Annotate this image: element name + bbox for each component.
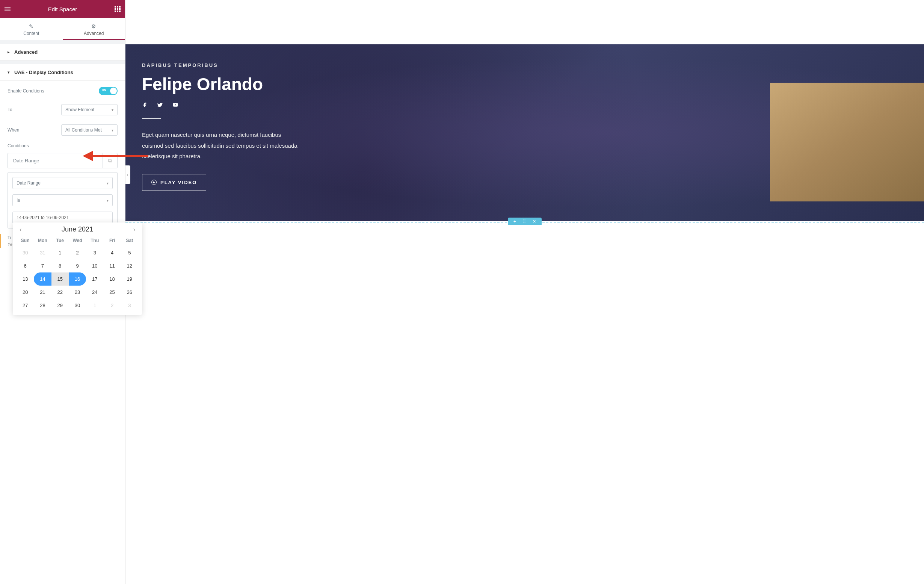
calendar-dow: Fri	[103, 235, 120, 246]
close-section-icon[interactable]: ✕	[533, 219, 536, 224]
calendar-day[interactable]: 26	[121, 286, 138, 299]
calendar-day[interactable]: 16	[69, 273, 86, 286]
calendar-day[interactable]: 3	[121, 299, 138, 312]
hero-description[interactable]: Eget quam nascetur quis urna neque, dict…	[142, 130, 300, 162]
apps-icon[interactable]	[115, 6, 120, 12]
when-label: When	[8, 127, 19, 133]
hero-content: DAPIBUS TEMPORIBUS Felipe Orlando Eget q…	[125, 44, 358, 209]
when-select[interactable]: All Conditions Met	[61, 124, 117, 136]
calendar-dow-row: SunMonTueWedThuFriSat	[16, 235, 138, 246]
calendar-day[interactable]: 14	[34, 273, 51, 286]
calendar-day[interactable]: 13	[16, 273, 34, 286]
panel-title: Edit Spacer	[48, 6, 78, 12]
calendar-day[interactable]: 11	[103, 259, 120, 273]
section-display-conditions[interactable]: UAE - Display Conditions	[0, 64, 125, 81]
calendar-day[interactable]: 15	[51, 273, 69, 286]
calendar-day[interactable]: 24	[86, 286, 103, 299]
calendar-day[interactable]: 30	[16, 246, 34, 259]
calendar-day[interactable]: 9	[69, 259, 86, 273]
section-title: Advanced	[14, 49, 38, 55]
section-title: UAE - Display Conditions	[14, 69, 73, 75]
facebook-icon[interactable]	[142, 102, 148, 109]
condition-type-select[interactable]: Date Range	[12, 177, 113, 189]
calendar-dow: Wed	[69, 235, 86, 246]
enable-conditions-toggle[interactable]: ON	[99, 87, 117, 95]
calendar-day[interactable]: 12	[121, 259, 138, 273]
calendar-day[interactable]: 5	[121, 246, 138, 259]
calendar-days-grid: 3031123456789101112131415161718192021222…	[16, 246, 138, 312]
calendar-day[interactable]: 29	[51, 299, 69, 312]
enable-conditions-label: Enable Conditions	[8, 88, 44, 94]
calendar-month: June 2021	[62, 225, 93, 233]
toggle-state: ON	[102, 89, 106, 91]
tab-content[interactable]: ✎ Content	[0, 18, 63, 40]
calendar-dow: Tue	[51, 235, 69, 246]
prev-month-button[interactable]: ‹	[20, 226, 21, 233]
next-month-button[interactable]: ›	[133, 226, 135, 233]
twitter-icon[interactable]	[157, 102, 163, 109]
calendar-day[interactable]: 30	[69, 299, 86, 312]
tabs: ✎ Content ⚙ Advanced	[0, 18, 125, 40]
caret-down-icon	[8, 70, 10, 75]
section-divider[interactable]: + ⠿ ✕	[125, 222, 924, 224]
calendar-day[interactable]: 1	[51, 246, 69, 259]
calendar-day[interactable]: 31	[34, 246, 51, 259]
section-advanced[interactable]: Advanced	[0, 44, 125, 61]
calendar-day[interactable]: 7	[34, 259, 51, 273]
edit-section-icon[interactable]: ⠿	[523, 219, 526, 224]
calendar-day[interactable]: 22	[51, 286, 69, 299]
tab-advanced[interactable]: ⚙ Advanced	[63, 18, 125, 40]
calendar-day[interactable]: 25	[103, 286, 120, 299]
calendar-day[interactable]: 28	[34, 299, 51, 312]
calendar-day[interactable]: 17	[86, 273, 103, 286]
add-section-icon[interactable]: +	[513, 219, 516, 223]
hero-divider	[142, 118, 161, 119]
conditions-panel: Enable Conditions ON To Show Element Whe…	[0, 81, 125, 232]
calendar-day[interactable]: 10	[86, 259, 103, 273]
when-value: All Conditions Met	[65, 127, 102, 133]
preview-canvas: ‹ DAPIBUS TEMPORIBUS Felipe Orlando Eget…	[125, 0, 924, 584]
calendar-day[interactable]: 20	[16, 286, 34, 299]
calendar-day[interactable]: 19	[121, 273, 138, 286]
calendar-day[interactable]: 21	[34, 286, 51, 299]
button-label: PLAY VIDEO	[160, 180, 197, 185]
calendar-day[interactable]: 27	[16, 299, 34, 312]
calendar-day[interactable]: 1	[86, 299, 103, 312]
calendar-day[interactable]: 18	[103, 273, 120, 286]
duplicate-icon[interactable]: ⧉	[102, 153, 117, 168]
play-video-button[interactable]: ▶ PLAY VIDEO	[142, 174, 206, 191]
tab-label: Advanced	[84, 31, 104, 36]
calendar-dow: Mon	[34, 235, 51, 246]
hero-section[interactable]: DAPIBUS TEMPORIBUS Felipe Orlando Eget q…	[125, 44, 924, 221]
youtube-icon[interactable]	[172, 102, 179, 109]
editor-sidebar: Edit Spacer ✎ Content ⚙ Advanced Advance…	[0, 0, 125, 584]
calendar-day[interactable]: 2	[69, 246, 86, 259]
calendar-day[interactable]: 23	[69, 286, 86, 299]
condition-body: Date Range Is	[8, 172, 117, 228]
collapse-sidebar-button[interactable]: ‹	[125, 165, 130, 184]
chevron-down-icon	[112, 107, 114, 112]
calendar-day[interactable]: 3	[86, 246, 103, 259]
calendar-day[interactable]: 6	[16, 259, 34, 273]
calendar-dow: Sat	[121, 235, 138, 246]
caret-right-icon	[8, 50, 10, 55]
condition-operator-select[interactable]: Is	[12, 194, 113, 206]
hero-side-image	[770, 83, 924, 202]
calendar-day[interactable]: 8	[51, 259, 69, 273]
calendar-day[interactable]: 4	[103, 246, 120, 259]
hero-preheading[interactable]: DAPIBUS TEMPORIBUS	[142, 62, 342, 68]
calendar-day[interactable]: 2	[103, 299, 120, 312]
hero-heading[interactable]: Felipe Orlando	[142, 74, 342, 94]
condition-title: Date Range	[8, 153, 102, 168]
date-picker: ‹ June 2021 › SunMonTueWedThuFriSat 3031…	[13, 222, 142, 315]
to-select[interactable]: Show Element	[61, 104, 117, 115]
condition-type-value: Date Range	[16, 180, 41, 186]
condition-item-header[interactable]: Date Range ⧉	[8, 153, 117, 168]
pencil-icon: ✎	[0, 23, 63, 29]
gear-icon: ⚙	[63, 23, 125, 29]
hero-social	[142, 102, 342, 109]
date-range-input[interactable]	[12, 212, 113, 223]
menu-icon[interactable]	[5, 7, 10, 11]
condition-operator-value: Is	[16, 198, 20, 203]
to-value: Show Element	[65, 107, 94, 112]
